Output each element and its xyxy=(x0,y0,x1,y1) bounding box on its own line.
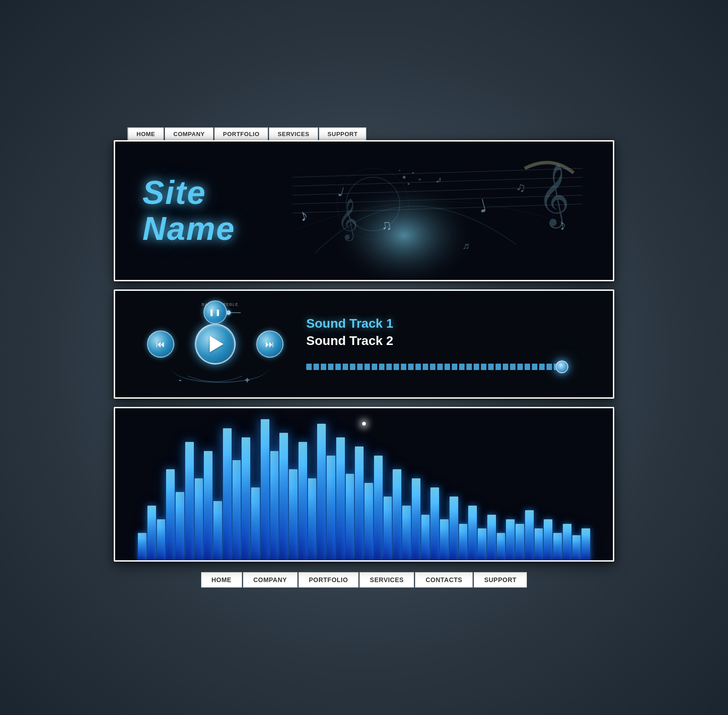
top-nav-item-services[interactable]: SERVICES xyxy=(269,127,318,140)
eq-bar xyxy=(459,524,468,560)
eq-bar-inner xyxy=(421,515,430,560)
bottom-nav-item-company[interactable]: COMPANY xyxy=(243,572,298,588)
eq-bar-inner xyxy=(279,433,288,560)
svg-point-19 xyxy=(412,172,414,174)
eq-bar-inner xyxy=(468,506,477,560)
eq-bar-inner xyxy=(213,501,222,560)
eq-bar xyxy=(506,519,515,560)
eq-bar xyxy=(261,419,269,560)
svg-text:♫: ♫ xyxy=(515,179,527,195)
bottom-nav-item-home[interactable]: HOME xyxy=(201,572,242,588)
bottom-nav-item-contacts[interactable]: CONTACTS xyxy=(415,572,473,588)
eq-bar xyxy=(138,533,147,560)
eq-bar-inner xyxy=(317,424,326,560)
site-name-line1: Site xyxy=(142,175,235,211)
eq-bar-inner xyxy=(440,519,449,560)
eq-bar xyxy=(553,533,562,560)
site-name-line2: Name xyxy=(142,211,235,247)
eq-bar xyxy=(487,515,496,560)
media-player-panel: BASS TREBLE - + xyxy=(114,289,614,399)
bottom-navigation: HOMECOMPANYPORTFOLIOSERVICESCONTACTSSUPP… xyxy=(201,572,527,588)
svg-text:+: + xyxy=(245,375,250,385)
music-background: 𝄞 𝄞 ♪ ♩ ♫ ♪ ♩ ♫ ♪ ♬ xyxy=(240,142,613,280)
top-nav-item-home[interactable]: HOME xyxy=(127,127,164,140)
pause-button[interactable] xyxy=(203,300,227,324)
top-navigation: HOMECOMPANYPORTFOLIOSERVICESSUPPORT xyxy=(127,127,367,140)
forward-button[interactable] xyxy=(256,330,283,358)
main-container: HOMECOMPANYPORTFOLIOSERVICESSUPPORT Site… xyxy=(91,127,637,588)
eq-glow-dot xyxy=(362,422,366,426)
eq-bar xyxy=(572,535,581,560)
eq-bar-inner xyxy=(138,533,147,560)
eq-bar-inner xyxy=(204,451,212,560)
eq-bar xyxy=(204,451,212,560)
eq-bar xyxy=(336,437,345,560)
top-nav-item-support[interactable]: SUPPORT xyxy=(319,127,366,140)
eq-bar xyxy=(251,487,260,560)
eq-bar xyxy=(544,519,552,560)
eq-bars xyxy=(129,408,599,560)
eq-bar xyxy=(421,515,430,560)
eq-bar-inner xyxy=(308,478,317,560)
eq-bar-inner xyxy=(166,469,175,560)
progress-bar[interactable] xyxy=(306,364,566,370)
eq-bar xyxy=(374,456,383,560)
eq-bar xyxy=(289,469,298,560)
eq-bar xyxy=(242,437,250,560)
eq-bar-inner xyxy=(478,528,486,560)
track2-label: Sound Track 2 xyxy=(306,334,595,348)
eq-bar xyxy=(581,528,590,560)
rewind-button[interactable] xyxy=(147,330,174,358)
eq-bar-inner xyxy=(298,442,307,560)
eq-bar-inner xyxy=(327,456,335,560)
progress-bar-container[interactable] xyxy=(306,362,595,372)
eq-bar xyxy=(157,519,166,560)
eq-bar-inner xyxy=(544,519,552,560)
eq-bar xyxy=(412,478,420,560)
svg-text:-: - xyxy=(179,375,182,385)
eq-bar xyxy=(298,442,307,560)
top-nav-item-company[interactable]: COMPANY xyxy=(165,127,213,140)
svg-point-22 xyxy=(419,178,421,181)
eq-bar-inner xyxy=(223,428,232,560)
bottom-nav-item-portfolio[interactable]: PORTFOLIO xyxy=(298,572,359,588)
eq-bar-inner xyxy=(176,492,184,560)
eq-bar xyxy=(195,478,203,560)
eq-bar-inner xyxy=(346,474,354,560)
eq-bar xyxy=(327,456,335,560)
eq-bar xyxy=(147,506,156,560)
eq-bar xyxy=(355,446,364,560)
svg-point-20 xyxy=(408,183,410,185)
svg-point-21 xyxy=(399,170,400,171)
eq-bar-inner xyxy=(147,506,156,560)
bottom-nav-item-services[interactable]: SERVICES xyxy=(359,572,415,588)
eq-bar-inner xyxy=(384,497,392,560)
eq-bar xyxy=(478,528,486,560)
eq-bar xyxy=(317,424,326,560)
bottom-nav-item-support[interactable]: SUPPORT xyxy=(474,572,527,588)
eq-bar-inner xyxy=(251,487,260,560)
track1-label: Sound Track 1 xyxy=(306,316,595,331)
eq-bar xyxy=(497,533,506,560)
top-nav-item-portfolio[interactable]: PORTFOLIO xyxy=(214,127,268,140)
svg-point-18 xyxy=(403,176,405,179)
eq-bar xyxy=(308,478,317,560)
eq-bar-inner xyxy=(553,533,562,560)
eq-bar-inner xyxy=(572,535,581,560)
eq-bar-inner xyxy=(157,519,166,560)
eq-bar xyxy=(402,506,411,560)
eq-bar xyxy=(364,483,373,560)
eq-bar-inner xyxy=(516,524,524,560)
eq-bar-inner xyxy=(450,497,458,560)
eq-bar-inner xyxy=(233,460,241,560)
eq-bar xyxy=(185,442,194,560)
svg-text:♬: ♬ xyxy=(462,239,470,251)
progress-knob[interactable] xyxy=(556,360,568,373)
eq-bar xyxy=(430,487,439,560)
eq-bar xyxy=(176,492,184,560)
equalizer-panel xyxy=(114,407,614,562)
eq-bar-inner xyxy=(497,533,506,560)
eq-bar-inner xyxy=(195,478,203,560)
track-info: Sound Track 1 Sound Track 2 xyxy=(288,307,613,381)
eq-bar xyxy=(525,510,534,560)
